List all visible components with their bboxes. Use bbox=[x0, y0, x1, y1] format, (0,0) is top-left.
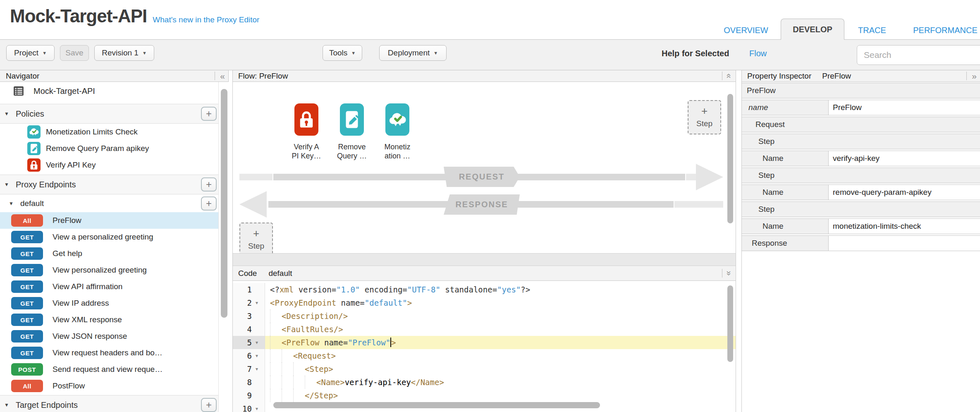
flow-item-label: View XML response bbox=[53, 315, 122, 324]
tab-overview[interactable]: OVERVIEW bbox=[723, 22, 769, 38]
section-proxy-endpoints[interactable]: ▼Proxy Endpoints+ bbox=[0, 175, 218, 194]
navigator-scrollbar-thumb[interactable] bbox=[221, 89, 227, 318]
policy-item-label: Remove Query Param apikey bbox=[46, 144, 149, 153]
add-target-endpoints-button[interactable]: + bbox=[201, 398, 217, 412]
indent-guide bbox=[270, 323, 282, 336]
code-vertical-scrollbar-thumb[interactable] bbox=[727, 285, 733, 362]
policy-item-label: Verify API Key bbox=[46, 160, 96, 170]
fold-arrow-icon[interactable]: ▾ bbox=[252, 336, 262, 349]
inspector-value-field[interactable]: remove-query-param-apikey bbox=[828, 185, 980, 200]
section-policies[interactable]: ▼Policies+ bbox=[0, 104, 218, 124]
add-flow-button[interactable]: + bbox=[201, 196, 217, 211]
code-editor[interactable]: 1<?xml version="1.0" encoding="UTF-8" st… bbox=[233, 281, 736, 412]
collapse-up-icon[interactable]: « bbox=[726, 72, 734, 80]
add-step-button-response[interactable]: + Step bbox=[239, 223, 273, 257]
line-number: 8 bbox=[233, 376, 252, 389]
method-badge: GET bbox=[11, 247, 43, 260]
flow-item[interactable]: AllPostFlow bbox=[0, 378, 218, 394]
collapse-down-icon[interactable]: » bbox=[726, 269, 734, 278]
navigator-scrollbar-track[interactable] bbox=[218, 82, 229, 412]
flow-item[interactable]: POSTSend request and view reque… bbox=[0, 361, 218, 378]
flow-item[interactable]: GETGet help bbox=[0, 245, 218, 262]
flow-item[interactable]: GETView XML response bbox=[0, 311, 218, 328]
help-for-selected-label: Help for Selected bbox=[662, 49, 729, 58]
code-token: <? bbox=[270, 285, 280, 294]
navigator-item-proxy-root[interactable]: Mock-Target-API bbox=[0, 82, 218, 100]
property-inspector-subtitle: PreFlow bbox=[822, 72, 851, 81]
page-title: Mock-Target-API bbox=[10, 6, 147, 26]
help-flow-link[interactable]: Flow bbox=[749, 49, 767, 58]
search-input[interactable] bbox=[857, 45, 980, 65]
flow-policy-node[interactable]: Verify A PI Key… bbox=[282, 103, 331, 160]
code-line-8[interactable]: 8<Name>verify-api-key</Name> bbox=[233, 376, 736, 389]
add-policies-button[interactable]: + bbox=[201, 107, 217, 121]
whats-new-link[interactable]: What's new in the Proxy Editor bbox=[153, 15, 259, 24]
fold-arrow-icon[interactable]: ▾ bbox=[252, 296, 262, 309]
add-step-button-request[interactable]: + Step bbox=[688, 100, 721, 134]
panel-resize-handle[interactable] bbox=[233, 253, 736, 266]
section-label: Policies bbox=[16, 109, 44, 119]
code-token: <PreFlow bbox=[282, 338, 320, 347]
collapse-panel-icon[interactable]: « bbox=[218, 72, 227, 80]
flow-item[interactable]: GETView IP address bbox=[0, 295, 218, 311]
deployment-menu-button[interactable]: Deployment ▼ bbox=[379, 45, 447, 61]
fold-arrow-icon[interactable]: ▾ bbox=[252, 402, 262, 412]
revision-menu-button[interactable]: Revision 1 ▼ bbox=[94, 45, 154, 61]
code-line-2[interactable]: 2▾<ProxyEndpoint name="default"> bbox=[233, 296, 736, 309]
policy-item[interactable]: Remove Query Param apikey bbox=[0, 140, 218, 157]
method-badge: All bbox=[11, 214, 43, 227]
method-badge: GET bbox=[11, 314, 43, 326]
inspector-value-field[interactable] bbox=[828, 236, 980, 251]
flow-item[interactable]: GETView JSON response bbox=[0, 328, 218, 345]
revision-menu-label: Revision 1 bbox=[102, 48, 139, 57]
code-token: <ProxyEndpoint bbox=[270, 298, 336, 307]
inspector-row-label: name bbox=[742, 100, 828, 115]
code-line-4[interactable]: 4<FaultRules/> bbox=[233, 323, 736, 336]
policy-item[interactable]: Verify API Key bbox=[0, 157, 218, 173]
project-menu-button[interactable]: Project ▼ bbox=[6, 45, 55, 61]
code-horizontal-scrollbar-thumb[interactable] bbox=[273, 402, 600, 408]
save-button[interactable]: Save bbox=[60, 45, 89, 61]
property-inspector-header: Property Inspector PreFlow » bbox=[742, 70, 980, 82]
inspector-value-field[interactable]: verify-api-key bbox=[828, 151, 980, 166]
tab-trace[interactable]: TRACE bbox=[858, 22, 885, 38]
tools-menu-button[interactable]: Tools ▼ bbox=[323, 45, 362, 61]
fold-arrow-icon[interactable]: ▾ bbox=[252, 362, 262, 376]
flow-item[interactable]: AllPreFlow bbox=[0, 212, 218, 229]
flow-policy-node[interactable]: Remove Query … bbox=[327, 103, 377, 160]
flow-policy-node[interactable]: Monetiz ation … bbox=[373, 103, 422, 160]
inspector-value-field[interactable]: monetization-limits-check bbox=[828, 219, 980, 234]
code-line-6[interactable]: 6▾<Request> bbox=[233, 349, 736, 362]
section-target-endpoints[interactable]: ▼Target Endpoints+ bbox=[0, 395, 218, 412]
code-line-5[interactable]: 5▾<PreFlow name="PreFlow"> bbox=[233, 336, 736, 349]
add-proxy-endpoints-button[interactable]: + bbox=[201, 177, 217, 192]
tab-performance[interactable]: PERFORMANCE bbox=[911, 22, 980, 38]
inspector-row-label: Name bbox=[742, 151, 828, 166]
code-gutter: 7▾ bbox=[233, 362, 265, 376]
divider bbox=[722, 72, 722, 80]
flow-item[interactable]: GETView a personalized greeting bbox=[0, 229, 218, 245]
code-gutter: 6▾ bbox=[233, 349, 265, 362]
inspector-row-label: Step bbox=[742, 168, 980, 183]
indent-guide bbox=[282, 376, 293, 389]
code-line-9[interactable]: 9</Step> bbox=[233, 389, 736, 402]
code-line-3[interactable]: 3<Description/> bbox=[233, 309, 736, 323]
method-badge: GET bbox=[11, 297, 43, 309]
tab-develop[interactable]: DEVELOP bbox=[781, 19, 844, 40]
navigator-panel: Navigator « Mock-Target-API▼Policies+Mon… bbox=[0, 70, 229, 412]
code-line-1[interactable]: 1<?xml version="1.0" encoding="UTF-8" st… bbox=[233, 283, 736, 296]
expand-panel-icon[interactable]: » bbox=[970, 72, 978, 80]
line-number: 5 bbox=[233, 336, 252, 349]
flow-item-label: PostFlow bbox=[53, 381, 85, 390]
inspector-value-field[interactable]: PreFlow bbox=[828, 100, 980, 115]
flow-item[interactable]: GETView request headers and bo… bbox=[0, 345, 218, 361]
code-gutter: 1 bbox=[233, 283, 265, 296]
flow-canvas-scrollbar-thumb[interactable] bbox=[727, 94, 733, 223]
proxy-endpoint-default[interactable]: ▼default+ bbox=[0, 194, 218, 212]
code-gutter: 8 bbox=[233, 376, 265, 389]
flow-item[interactable]: GETView API affirmation bbox=[0, 278, 218, 295]
policy-item[interactable]: Monetization Limits Check bbox=[0, 124, 218, 140]
flow-item[interactable]: GETView personalized greeting bbox=[0, 262, 218, 278]
fold-arrow-icon[interactable]: ▾ bbox=[252, 349, 262, 362]
code-line-7[interactable]: 7▾<Step> bbox=[233, 362, 736, 376]
